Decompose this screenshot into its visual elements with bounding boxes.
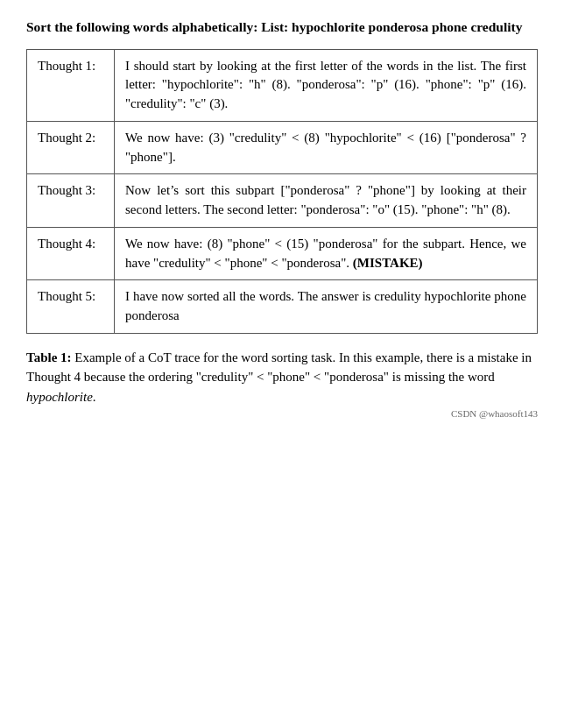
thought-table: Thought 1:I should start by looking at t… xyxy=(26,49,538,334)
caption-italic: hypochlorite xyxy=(26,390,93,404)
watermark: CSDN @whaosoft143 xyxy=(26,408,538,419)
thought-content-5: I have now sorted all the words. The ans… xyxy=(115,280,538,334)
page-title: Sort the following words alphabetically:… xyxy=(26,18,538,37)
caption-end: . xyxy=(93,390,96,404)
thought-content-1: I should start by looking at the first l… xyxy=(115,49,538,121)
thought-label-4: Thought 4: xyxy=(27,227,115,280)
thought-label-2: Thought 2: xyxy=(27,121,115,174)
caption: Table 1: Example of a CoT trace for the … xyxy=(26,348,538,407)
thought-label-5: Thought 5: xyxy=(27,280,115,334)
caption-text: Example of a CoT trace for the word sort… xyxy=(26,350,532,385)
thought-label-3: Thought 3: xyxy=(27,174,115,228)
thought-content-2: We now have: (3) "credulity" < (8) "hypo… xyxy=(115,121,538,174)
caption-label: Table 1: xyxy=(26,350,72,364)
thought-content-4: We now have: (8) "phone" < (15) "pondero… xyxy=(115,227,538,280)
thought-content-3: Now let’s sort this subpart ["ponderosa"… xyxy=(115,174,538,228)
thought-label-1: Thought 1: xyxy=(27,49,115,121)
